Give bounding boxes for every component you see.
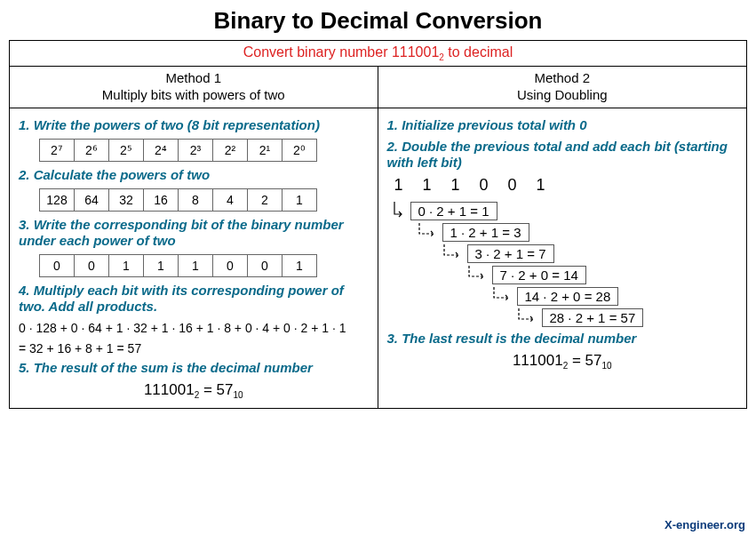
m1-powers-values: 1286432168421 [40,188,369,212]
prompt-suffix: to decimal [444,44,513,60]
m2-bit: 0 [480,176,489,195]
m2-bit: 0 [508,176,517,195]
doubling-expr: 0 · 2 + 1 = 1 [410,202,497,220]
m2-bit: 1 [394,176,403,195]
power-value-cell: 64 [74,188,109,212]
m2-doubling-list: 0 · 2 + 1 = 11 · 2 + 1 = 33 · 2 + 1 = 77… [393,202,738,327]
bit-cell: 0 [74,254,109,277]
m1-powers-labels: 2⁷2⁶2⁵2⁴2³2²2¹2⁰ [40,139,369,162]
bit-cell: 1 [108,254,144,277]
power-label-cell: 2⁷ [39,139,75,162]
doubling-expr: 3 · 2 + 1 = 7 [467,244,554,263]
m1-step5: 5. The result of the sum is the decimal … [19,360,369,376]
power-label-cell: 2³ [178,139,213,162]
bit-cell: 1 [178,254,213,277]
m1-result: 1110012 = 5710 [19,381,369,400]
m2-result-dec: 57 [585,352,602,369]
bit-cell: 0 [247,254,283,277]
method1-header: Method 1 Multiply bits with powers of tw… [10,67,378,108]
m1-step2: 2. Calculate the powers of two [19,167,369,183]
m2-step2: 2. Double the previous total and add eac… [387,139,738,171]
page-title: Binary to Decimal Conversion [9,7,747,35]
m1-step4: 4. Multiply each bit with its correspond… [19,283,369,315]
power-value-cell: 4 [212,188,248,212]
bit-cell: 0 [39,254,75,277]
method2-subtitle: Using Doubling [378,87,747,104]
power-label-cell: 2⁰ [282,139,317,162]
power-value-cell: 128 [39,188,75,212]
method1-subtitle: Multiply bits with powers of two [10,87,378,104]
power-label-cell: 2² [212,139,248,162]
m1-result-bin: 111001 [144,381,195,398]
m1-calc1: 0 · 128 + 0 · 64 + 1 · 32 + 1 · 16 + 1 ·… [19,320,369,337]
m1-step3: 3. Write the corresponding bit of the bi… [19,217,369,249]
m2-result-base10: 10 [601,361,611,371]
arrow-icon [492,287,512,305]
m2-bit: 1 [537,176,545,195]
doubling-expr: 1 · 2 + 1 = 3 [442,223,529,242]
doubling-expr: 7 · 2 + 0 = 14 [492,266,586,284]
m2-step1: 1. Initialize previous total with 0 [387,117,738,133]
arrow-icon [517,308,537,326]
method1-column: 1. Write the powers of two (8 bit repres… [10,108,378,408]
bit-cell: 1 [143,254,179,277]
m1-calc2: = 32 + 16 + 8 + 1 = 57 [19,340,369,357]
doubling-step: 14 · 2 + 0 = 28 [492,287,738,306]
footer-credit: X-engineer.org [664,518,745,531]
arrow-icon [467,266,487,283]
body: 1. Write the powers of two (8 bit repres… [10,108,746,408]
m2-result-bin: 111001 [513,352,563,369]
power-value-cell: 2 [247,188,283,212]
m1-result-dec: 57 [217,381,234,398]
prompt-binary: 111001 [392,44,439,60]
m1-step1: 1. Write the powers of two (8 bit repres… [19,117,369,133]
arrow-icon [442,244,462,262]
arrow-icon [393,202,405,220]
m1-result-base2: 2 [195,391,200,401]
arrow-icon [418,223,437,241]
power-label-cell: 2⁵ [108,139,144,162]
content-frame: Convert binary number 1110012 to decimal… [9,40,747,409]
doubling-step: 28 · 2 + 1 = 57 [517,308,738,327]
prompt-prefix: Convert binary number [243,44,392,60]
doubling-step: 3 · 2 + 1 = 7 [442,244,738,263]
power-value-cell: 8 [178,188,213,212]
m2-step3: 3. The last result is the decimal number [387,331,738,347]
power-label-cell: 2⁶ [74,139,109,162]
power-value-cell: 16 [143,188,179,212]
power-label-cell: 2⁴ [143,139,179,162]
doubling-expr: 28 · 2 + 1 = 57 [542,308,644,327]
doubling-step: 0 · 2 + 1 = 1 [393,202,738,220]
m2-result-base2: 2 [563,361,569,371]
methods-header: Method 1 Multiply bits with powers of tw… [10,67,746,108]
m2-bit: 1 [423,176,432,195]
conversion-prompt: Convert binary number 1110012 to decimal [10,41,746,67]
m2-result: 1110012 = 5710 [387,352,738,371]
method2-header: Method 2 Using Doubling [378,67,747,108]
bit-cell: 0 [212,254,248,277]
method2-column: 1. Initialize previous total with 0 2. D… [378,108,747,408]
doubling-expr: 14 · 2 + 0 = 28 [517,287,619,306]
doubling-step: 1 · 2 + 1 = 3 [418,223,738,242]
method2-name: Method 2 [378,70,747,87]
power-value-cell: 32 [108,188,144,212]
doubling-step: 7 · 2 + 0 = 14 [467,266,738,284]
bit-cell: 1 [282,254,317,277]
m2-bit: 1 [451,176,460,195]
method1-name: Method 1 [10,70,378,87]
m2-bits: 111001 [394,176,738,195]
power-label-cell: 2¹ [247,139,283,162]
m1-result-base10: 10 [233,391,243,401]
m1-bits-row: 00111001 [40,254,369,277]
power-value-cell: 1 [282,188,317,212]
